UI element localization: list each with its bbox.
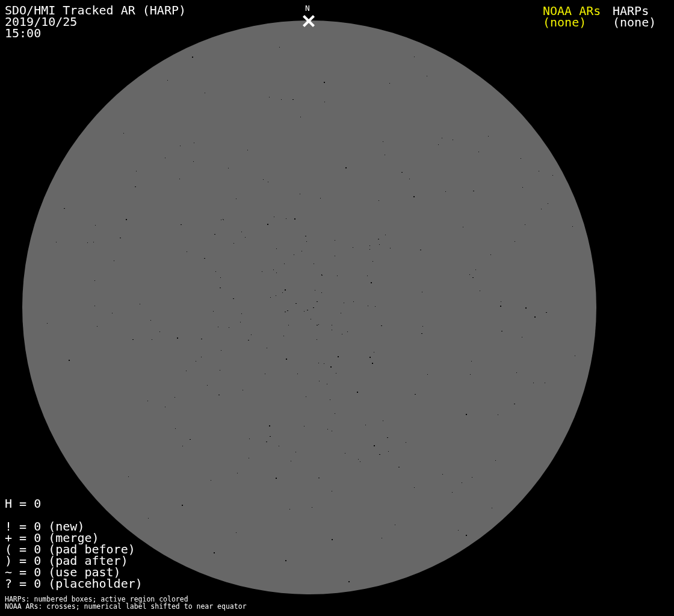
footer-notes: HARPs: numbered boxes; active region col… — [5, 596, 247, 610]
noaa-ars-count: (none) — [543, 17, 601, 28]
symbol-legend: ! = 0 (new) + = 0 (merge) ( = 0 (pad bef… — [5, 521, 143, 590]
legend-item-placeholder: ? = 0 (placeholder) — [5, 578, 143, 590]
harps-column: HARPs (none) — [613, 5, 656, 28]
harps-count: (none) — [613, 17, 656, 28]
footer-noaa-note: NOAA ARs: crosses; numerical label shift… — [5, 603, 247, 610]
header: SDO/HMI Tracked AR (HARP) 2019/10/25 15:… — [5, 5, 186, 39]
harp-count-label: H = 0 — [5, 498, 41, 510]
north-cross-icon — [302, 14, 315, 28]
noaa-ars-column: NOAA ARs (none) — [543, 5, 601, 28]
observation-time: 15:00 — [5, 28, 186, 39]
harp-tracking-view: SDO/HMI Tracked AR (HARP) 2019/10/25 15:… — [0, 0, 674, 616]
north-label: N — [305, 4, 310, 12]
